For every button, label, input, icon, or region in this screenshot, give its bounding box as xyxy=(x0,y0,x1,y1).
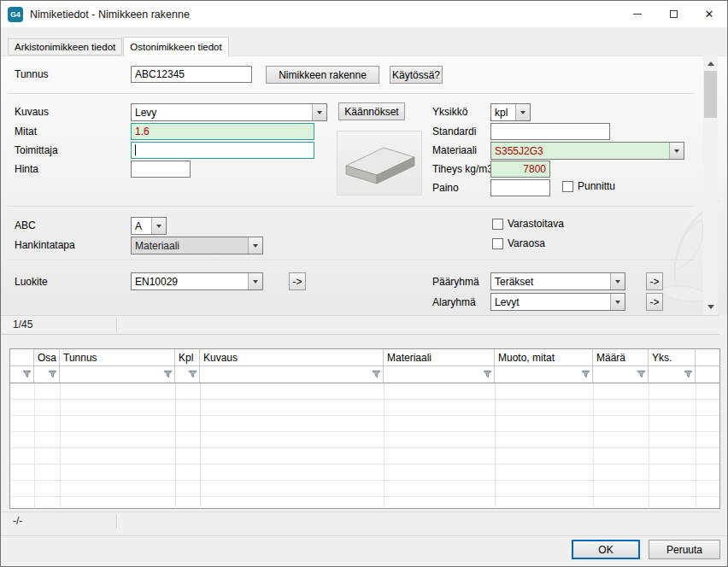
chevron-down-icon xyxy=(610,294,625,310)
grid-line xyxy=(60,383,61,507)
grid-line xyxy=(175,383,176,507)
varastoitava-checkbox[interactable]: Varastoitava xyxy=(492,218,564,230)
toimittaja-label: Toimittaja xyxy=(15,144,58,156)
filter-cell[interactable] xyxy=(60,366,175,383)
tab-ostonimikkeen-tiedot[interactable]: Ostonimikkeen tiedot xyxy=(123,37,228,57)
column-header: Muoto, mitat xyxy=(495,349,593,366)
filter-icon xyxy=(483,370,492,379)
app-icon: G4 xyxy=(8,7,23,22)
filter-cell[interactable] xyxy=(593,366,649,383)
filter-icon xyxy=(22,370,32,379)
varaosa-label: Varaosa xyxy=(508,237,545,249)
filter-icon xyxy=(637,370,646,379)
mitat-input[interactable] xyxy=(131,123,314,140)
luokite-select[interactable]: EN10029 xyxy=(131,272,263,290)
maximize-icon xyxy=(670,10,678,18)
paaryhma-value: Teräkset xyxy=(491,273,610,289)
record-counter: 1/45 xyxy=(13,319,32,330)
chevron-down-icon xyxy=(669,143,684,159)
table-status-bar: -/- xyxy=(1,511,719,530)
luokite-arrow-button[interactable]: -> xyxy=(289,272,306,290)
paaryhma-arrow-button[interactable]: -> xyxy=(646,272,663,290)
ok-button[interactable]: OK xyxy=(572,540,640,559)
varaosa-checkbox[interactable]: Varaosa xyxy=(492,237,545,249)
status-divider xyxy=(116,514,117,529)
kaannokset-button[interactable]: Käännökset xyxy=(338,102,405,120)
punnittu-checkbox[interactable]: Punnittu xyxy=(562,180,615,192)
grid-line xyxy=(593,383,594,507)
peruuta-button[interactable]: Peruuta xyxy=(649,540,720,559)
column-header: Kuvaus xyxy=(200,349,384,366)
yksikko-label: Yksikkö xyxy=(432,106,467,118)
grid-line xyxy=(384,383,385,507)
column-header: Tunnus xyxy=(60,349,175,366)
luokite-value: EN10029 xyxy=(132,273,248,289)
paino-input[interactable] xyxy=(490,179,550,196)
scroll-up-button[interactable] xyxy=(703,56,718,70)
alaryhma-label: Alaryhmä xyxy=(432,296,476,308)
tiheys-input[interactable] xyxy=(490,161,550,178)
chevron-down-icon xyxy=(312,104,326,120)
record-status-bar: 1/45 xyxy=(1,315,719,335)
checkbox-icon xyxy=(562,181,573,192)
divider xyxy=(8,260,695,260)
filter-cell[interactable] xyxy=(200,366,384,383)
tab-arkistonimikkeen-tiedot[interactable]: Arkistonimikkeen tiedot xyxy=(8,38,122,56)
filter-cell[interactable] xyxy=(10,366,34,383)
paaryhma-select[interactable]: Teräkset xyxy=(490,272,625,290)
filter-cell[interactable] xyxy=(34,366,60,383)
paino-label: Paino xyxy=(432,182,459,194)
filter-cell[interactable] xyxy=(495,366,593,383)
yksikko-select[interactable]: kpl xyxy=(490,103,531,121)
scroll-thumb[interactable] xyxy=(704,71,717,118)
yksikko-value: kpl xyxy=(491,104,515,120)
materiaali-select[interactable]: S355J2G3 xyxy=(490,142,684,160)
alaryhma-arrow-button[interactable]: -> xyxy=(646,293,663,311)
text-caret xyxy=(135,144,136,155)
chevron-down-icon xyxy=(515,104,530,120)
grid-line xyxy=(696,383,696,507)
grid-line xyxy=(200,383,201,507)
close-button[interactable]: ✕ xyxy=(691,1,727,27)
tunnus-input[interactable] xyxy=(131,66,252,83)
filter-icon xyxy=(188,370,197,379)
maximize-button[interactable] xyxy=(655,1,691,27)
standardi-input[interactable] xyxy=(490,123,610,140)
varastoitava-label: Varastoitava xyxy=(508,218,564,230)
tabstrip: Arkistonimikkeen tiedot Ostonimikkeen ti… xyxy=(8,37,229,56)
checkbox-icon xyxy=(492,238,503,249)
filter-cell[interactable] xyxy=(649,366,696,383)
scroll-down-button[interactable] xyxy=(703,301,718,315)
hankintatapa-value: Materiaali xyxy=(132,237,248,254)
column-header xyxy=(10,349,34,366)
tunnus-label: Tunnus xyxy=(15,68,49,80)
form-scrollbar[interactable] xyxy=(703,56,718,315)
standardi-label: Standardi xyxy=(432,126,476,137)
abc-select[interactable]: A xyxy=(131,217,167,235)
hankintatapa-select[interactable]: Materiaali xyxy=(131,237,263,254)
toimittaja-input[interactable] xyxy=(131,142,314,159)
hinta-input[interactable] xyxy=(131,161,191,178)
minimize-button[interactable] xyxy=(619,1,655,27)
hinta-label: Hinta xyxy=(15,163,38,175)
kaytossa-button[interactable]: Käytössä? xyxy=(390,66,443,84)
divider xyxy=(8,206,695,207)
arrow-up-icon xyxy=(707,58,714,66)
filter-cell[interactable] xyxy=(175,366,200,383)
status-divider xyxy=(116,318,117,332)
abc-value: A xyxy=(132,218,151,234)
column-header: Kpl xyxy=(175,349,200,366)
chevron-down-icon xyxy=(248,273,262,289)
table-body[interactable] xyxy=(10,383,719,508)
kuvaus-select[interactable]: Levy xyxy=(131,103,327,121)
tiheys-label: Tiheys kg/m3 xyxy=(432,163,493,175)
minimize-icon xyxy=(633,14,642,15)
grid-line xyxy=(495,383,496,507)
filter-icon xyxy=(48,370,57,379)
divider xyxy=(8,93,695,94)
footer-divider xyxy=(1,535,727,536)
filter-cell[interactable] xyxy=(384,366,495,383)
kuvaus-value: Levy xyxy=(132,104,312,120)
alaryhma-select[interactable]: Levyt xyxy=(490,293,625,311)
nimikkeen-rakenne-button[interactable]: Nimikkeen rakenne xyxy=(266,66,379,84)
